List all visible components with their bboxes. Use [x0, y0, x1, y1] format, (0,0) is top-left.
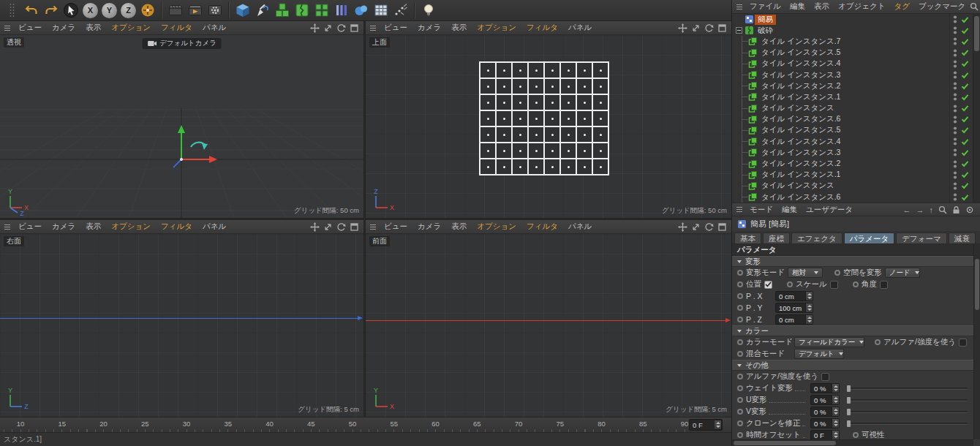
enabled-check[interactable]	[961, 149, 969, 156]
object-row[interactable]: タイル インスタンス.2	[732, 80, 973, 91]
array-button[interactable]	[332, 1, 351, 20]
enabled-check[interactable]	[961, 16, 969, 23]
dolly-icon[interactable]	[691, 23, 701, 33]
vp-menu-options[interactable]: オプション	[472, 23, 521, 33]
vp-menu-display[interactable]: 表示	[446, 23, 472, 33]
record-dot[interactable]	[737, 339, 743, 345]
record-dot[interactable]	[737, 305, 743, 311]
enabled-check[interactable]	[961, 83, 969, 90]
slider-track[interactable]	[847, 423, 968, 425]
search-icon[interactable]	[970, 2, 979, 11]
dropdown[interactable]: 相対	[788, 268, 823, 278]
spinner[interactable]	[806, 291, 813, 301]
value-field[interactable]: 0 F	[810, 430, 840, 440]
visibility-dots[interactable]	[953, 192, 957, 202]
enabled-check[interactable]	[961, 94, 969, 101]
enabled-check[interactable]	[961, 126, 969, 134]
visibility-dots[interactable]	[953, 181, 957, 191]
visibility-dots[interactable]	[953, 15, 957, 24]
enabled-check[interactable]	[961, 72, 969, 79]
live-selection-tool-button[interactable]	[61, 1, 80, 20]
slider-handle[interactable]	[847, 420, 851, 427]
record-dot[interactable]	[737, 351, 743, 357]
viewport-label[interactable]: 上面	[369, 37, 390, 48]
object-row[interactable]: タイル インスタンス.1	[732, 91, 973, 102]
pan-icon[interactable]	[678, 23, 687, 33]
pin-icon[interactable]	[965, 205, 974, 214]
spline-pen-button[interactable]	[253, 1, 272, 20]
viewport-label[interactable]: 透視	[4, 37, 24, 48]
value-field[interactable]: 0 cm	[775, 314, 813, 325]
mograph-cloner-button[interactable]	[273, 1, 292, 20]
vp-menu-filter[interactable]: フィルタ	[521, 23, 563, 33]
vp-menu-filter[interactable]: フィルタ	[156, 23, 197, 33]
tab-falloff[interactable]: 減衰	[949, 233, 976, 243]
vp-menu-display[interactable]: 表示	[80, 23, 106, 33]
enabled-check[interactable]	[961, 60, 969, 67]
scrollbar-thumb[interactable]	[975, 259, 979, 310]
checkbox[interactable]	[959, 339, 967, 347]
value-field[interactable]: 100 cm	[775, 303, 813, 313]
record-dot[interactable]	[875, 339, 881, 345]
record-dot[interactable]	[737, 281, 743, 287]
spinner[interactable]	[806, 314, 813, 325]
visibility-dots[interactable]	[953, 48, 957, 58]
object-row[interactable]: タイル インスタンス.4	[732, 58, 973, 69]
pan-icon[interactable]	[678, 222, 687, 232]
object-row[interactable]: タイル インスタンス.1	[732, 170, 973, 181]
rotate-icon[interactable]	[336, 23, 346, 33]
record-dot[interactable]	[853, 281, 859, 287]
up-arrow-icon[interactable]: ↑	[930, 205, 934, 214]
render-settings-button[interactable]	[206, 1, 225, 20]
slider-track[interactable]	[847, 399, 968, 401]
visibility-dots[interactable]	[953, 59, 957, 69]
object-row[interactable]: タイル インスタンス	[732, 181, 973, 192]
object-row[interactable]: タイル インスタンス.5	[732, 48, 973, 58]
redo-button[interactable]	[42, 1, 61, 20]
om-menu-view[interactable]: 表示	[810, 1, 834, 12]
object-manager-scrollbar[interactable]	[973, 14, 980, 203]
vp-menu-view[interactable]: ビュー	[379, 222, 412, 232]
visibility-dots[interactable]	[953, 37, 957, 46]
record-dot[interactable]	[737, 409, 743, 415]
vp-menu-options[interactable]: オプション	[106, 222, 156, 232]
tab-parameter[interactable]: パラメータ	[844, 233, 894, 243]
viewport-canvas-top[interactable]: 上面 グリッド間隔: 50 cm ZX	[366, 35, 731, 218]
tab-effector[interactable]: エフェクタ	[791, 233, 843, 243]
vp-menu-camera[interactable]: カメラ	[412, 222, 446, 232]
visibility-dots[interactable]	[953, 148, 957, 157]
visibility-dots[interactable]	[953, 92, 957, 102]
checkbox[interactable]	[830, 281, 838, 289]
om-menu-edit[interactable]: 編集	[785, 1, 810, 12]
mode-bar-edit[interactable]: 編集	[777, 205, 802, 215]
object-row[interactable]: 簡易	[732, 14, 973, 25]
enabled-check[interactable]	[961, 138, 969, 145]
back-arrow-icon[interactable]: ←	[903, 205, 911, 214]
render-picture-viewer-button[interactable]	[186, 1, 205, 20]
panel-grip-icon[interactable]	[369, 223, 377, 231]
panel-grip-icon[interactable]	[736, 3, 743, 11]
scrollbar-thumb[interactable]	[974, 16, 979, 51]
dropdown[interactable]: ノード	[885, 268, 921, 278]
attribute-scrollbar-vertical[interactable]	[973, 244, 980, 439]
visibility-dots[interactable]	[953, 26, 957, 35]
tab-deformer[interactable]: デフォーマ	[896, 233, 946, 243]
vp-menu-panel[interactable]: パネル	[563, 222, 597, 232]
value-field[interactable]: 0 %	[810, 383, 840, 393]
checkbox[interactable]	[764, 281, 772, 289]
vp-menu-view[interactable]: ビュー	[379, 23, 412, 33]
vp-menu-panel[interactable]: パネル	[197, 23, 231, 33]
search-icon[interactable]	[938, 205, 947, 214]
visibility-dots[interactable]	[953, 159, 957, 169]
vp-menu-panel[interactable]: パネル	[563, 23, 597, 33]
group-header-color[interactable]: カラー	[732, 325, 973, 336]
enabled-check[interactable]	[961, 49, 969, 56]
spinner[interactable]	[832, 407, 840, 417]
spinner[interactable]	[832, 418, 840, 428]
spinner[interactable]	[832, 383, 840, 393]
value-field[interactable]: 0 cm	[775, 291, 813, 301]
vp-menu-view[interactable]: ビュー	[13, 23, 47, 33]
viewport-canvas-perspective[interactable]: 透視 デフォルトカメラ グリッド間隔: 50 cm YXZ	[0, 35, 363, 218]
rotate-icon[interactable]	[704, 222, 714, 232]
viewport-label[interactable]: 前面	[369, 236, 390, 246]
